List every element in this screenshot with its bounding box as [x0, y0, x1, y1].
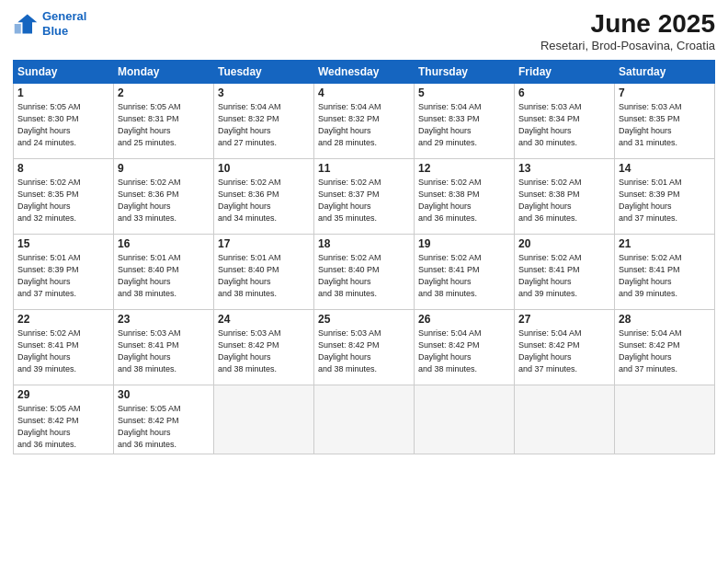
calendar-day-cell — [515, 385, 615, 454]
calendar-day-cell: 26 Sunrise: 5:04 AM Sunset: 8:42 PM Dayl… — [415, 310, 515, 385]
logo-line2: Blue — [42, 24, 68, 38]
calendar-week-row: 15 Sunrise: 5:01 AM Sunset: 8:39 PM Dayl… — [14, 235, 715, 310]
day-info: Sunrise: 5:02 AM Sunset: 8:36 PM Dayligh… — [118, 177, 210, 224]
calendar-day-cell: 18 Sunrise: 5:02 AM Sunset: 8:40 PM Dayl… — [314, 235, 415, 310]
calendar-day-cell: 2 Sunrise: 5:05 AM Sunset: 8:31 PM Dayli… — [114, 84, 214, 159]
day-info: Sunrise: 5:04 AM Sunset: 8:33 PM Dayligh… — [418, 101, 510, 149]
weekday-header: Saturday — [615, 61, 715, 84]
svg-rect-2 — [15, 24, 21, 34]
calendar: SundayMondayTuesdayWednesdayThursdayFrid… — [13, 60, 715, 454]
logo-icon — [13, 11, 39, 37]
day-info: Sunrise: 5:03 AM Sunset: 8:41 PM Dayligh… — [118, 327, 210, 375]
header: General Blue June 2025 Resetari, Brod-Po… — [13, 9, 715, 52]
day-info: Sunrise: 5:05 AM Sunset: 8:31 PM Dayligh… — [118, 101, 210, 149]
title-section: June 2025 Resetari, Brod-Posavina, Croat… — [540, 9, 715, 52]
calendar-day-cell: 4 Sunrise: 5:04 AM Sunset: 8:32 PM Dayli… — [314, 84, 415, 159]
weekday-header: Monday — [114, 61, 214, 84]
calendar-day-cell — [314, 385, 415, 454]
weekday-header: Wednesday — [314, 61, 415, 84]
day-info: Sunrise: 5:04 AM Sunset: 8:42 PM Dayligh… — [418, 327, 510, 375]
calendar-day-cell: 5 Sunrise: 5:04 AM Sunset: 8:33 PM Dayli… — [415, 84, 515, 159]
calendar-day-cell: 20 Sunrise: 5:02 AM Sunset: 8:41 PM Dayl… — [515, 235, 615, 310]
main-title: June 2025 — [540, 9, 715, 39]
logo: General Blue — [13, 9, 86, 38]
subtitle: Resetari, Brod-Posavina, Croatia — [540, 39, 715, 52]
calendar-day-cell: 21 Sunrise: 5:02 AM Sunset: 8:41 PM Dayl… — [615, 235, 715, 310]
day-number: 30 — [118, 388, 210, 401]
day-number: 1 — [17, 86, 109, 99]
logo-text: General Blue — [42, 9, 86, 38]
calendar-day-cell: 8 Sunrise: 5:02 AM Sunset: 8:35 PM Dayli… — [14, 159, 114, 235]
calendar-day-cell: 9 Sunrise: 5:02 AM Sunset: 8:36 PM Dayli… — [114, 159, 214, 235]
day-info: Sunrise: 5:02 AM Sunset: 8:41 PM Dayligh… — [418, 252, 510, 300]
day-info: Sunrise: 5:03 AM Sunset: 8:35 PM Dayligh… — [619, 101, 711, 149]
calendar-day-cell: 13 Sunrise: 5:02 AM Sunset: 8:38 PM Dayl… — [515, 159, 615, 235]
day-number: 18 — [318, 237, 410, 250]
calendar-day-cell: 3 Sunrise: 5:04 AM Sunset: 8:32 PM Dayli… — [214, 84, 314, 159]
day-info: Sunrise: 5:01 AM Sunset: 8:40 PM Dayligh… — [218, 252, 310, 300]
calendar-day-cell: 22 Sunrise: 5:02 AM Sunset: 8:41 PM Dayl… — [14, 310, 114, 385]
day-number: 7 — [619, 86, 711, 99]
day-number: 20 — [518, 237, 610, 250]
calendar-day-cell: 11 Sunrise: 5:02 AM Sunset: 8:37 PM Dayl… — [314, 159, 415, 235]
day-number: 5 — [418, 86, 510, 99]
day-number: 16 — [118, 237, 210, 250]
day-number: 29 — [17, 388, 109, 401]
calendar-day-cell: 23 Sunrise: 5:03 AM Sunset: 8:41 PM Dayl… — [114, 310, 214, 385]
day-number: 3 — [218, 86, 310, 99]
day-info: Sunrise: 5:02 AM Sunset: 8:41 PM Dayligh… — [619, 252, 711, 300]
day-number: 23 — [118, 313, 210, 326]
day-number: 14 — [619, 162, 711, 175]
day-number: 25 — [318, 313, 410, 326]
day-number: 27 — [518, 313, 610, 326]
day-number: 24 — [218, 313, 310, 326]
calendar-day-cell — [615, 385, 715, 454]
day-info: Sunrise: 5:01 AM Sunset: 8:39 PM Dayligh… — [619, 177, 711, 224]
day-info: Sunrise: 5:02 AM Sunset: 8:36 PM Dayligh… — [218, 177, 310, 224]
weekday-header: Thursday — [415, 61, 515, 84]
calendar-header-row: SundayMondayTuesdayWednesdayThursdayFrid… — [14, 61, 715, 84]
day-info: Sunrise: 5:04 AM Sunset: 8:32 PM Dayligh… — [318, 101, 410, 149]
day-number: 15 — [17, 237, 109, 250]
calendar-day-cell: 6 Sunrise: 5:03 AM Sunset: 8:34 PM Dayli… — [515, 84, 615, 159]
calendar-day-cell: 30 Sunrise: 5:05 AM Sunset: 8:42 PM Dayl… — [114, 385, 214, 454]
day-number: 28 — [619, 313, 711, 326]
day-info: Sunrise: 5:04 AM Sunset: 8:42 PM Dayligh… — [619, 327, 711, 375]
day-info: Sunrise: 5:02 AM Sunset: 8:37 PM Dayligh… — [318, 177, 410, 224]
day-number: 4 — [318, 86, 410, 99]
day-info: Sunrise: 5:02 AM Sunset: 8:35 PM Dayligh… — [17, 177, 109, 224]
calendar-day-cell: 14 Sunrise: 5:01 AM Sunset: 8:39 PM Dayl… — [615, 159, 715, 235]
calendar-day-cell: 29 Sunrise: 5:05 AM Sunset: 8:42 PM Dayl… — [14, 385, 114, 454]
calendar-day-cell — [214, 385, 314, 454]
calendar-day-cell: 10 Sunrise: 5:02 AM Sunset: 8:36 PM Dayl… — [214, 159, 314, 235]
calendar-day-cell: 15 Sunrise: 5:01 AM Sunset: 8:39 PM Dayl… — [14, 235, 114, 310]
calendar-week-row: 8 Sunrise: 5:02 AM Sunset: 8:35 PM Dayli… — [14, 159, 715, 235]
calendar-week-row: 1 Sunrise: 5:05 AM Sunset: 8:30 PM Dayli… — [14, 84, 715, 159]
day-info: Sunrise: 5:02 AM Sunset: 8:38 PM Dayligh… — [418, 177, 510, 224]
day-number: 19 — [418, 237, 510, 250]
calendar-day-cell: 28 Sunrise: 5:04 AM Sunset: 8:42 PM Dayl… — [615, 310, 715, 385]
day-number: 26 — [418, 313, 510, 326]
day-info: Sunrise: 5:02 AM Sunset: 8:40 PM Dayligh… — [318, 252, 410, 300]
day-number: 2 — [118, 86, 210, 99]
day-number: 12 — [418, 162, 510, 175]
calendar-day-cell: 12 Sunrise: 5:02 AM Sunset: 8:38 PM Dayl… — [415, 159, 515, 235]
calendar-day-cell: 25 Sunrise: 5:03 AM Sunset: 8:42 PM Dayl… — [314, 310, 415, 385]
day-info: Sunrise: 5:05 AM Sunset: 8:42 PM Dayligh… — [118, 403, 210, 451]
day-number: 21 — [619, 237, 711, 250]
day-number: 22 — [17, 313, 109, 326]
day-info: Sunrise: 5:04 AM Sunset: 8:42 PM Dayligh… — [518, 327, 610, 375]
day-info: Sunrise: 5:05 AM Sunset: 8:30 PM Dayligh… — [17, 101, 109, 149]
day-info: Sunrise: 5:03 AM Sunset: 8:34 PM Dayligh… — [518, 101, 610, 149]
calendar-week-row: 22 Sunrise: 5:02 AM Sunset: 8:41 PM Dayl… — [14, 310, 715, 385]
day-number: 17 — [218, 237, 310, 250]
day-info: Sunrise: 5:01 AM Sunset: 8:39 PM Dayligh… — [17, 252, 109, 300]
day-number: 10 — [218, 162, 310, 175]
calendar-day-cell: 19 Sunrise: 5:02 AM Sunset: 8:41 PM Dayl… — [415, 235, 515, 310]
day-info: Sunrise: 5:03 AM Sunset: 8:42 PM Dayligh… — [318, 327, 410, 375]
day-info: Sunrise: 5:02 AM Sunset: 8:41 PM Dayligh… — [17, 327, 109, 375]
calendar-week-row: 29 Sunrise: 5:05 AM Sunset: 8:42 PM Dayl… — [14, 385, 715, 454]
weekday-header: Sunday — [14, 61, 114, 84]
weekday-header: Tuesday — [214, 61, 314, 84]
weekday-header: Friday — [515, 61, 615, 84]
